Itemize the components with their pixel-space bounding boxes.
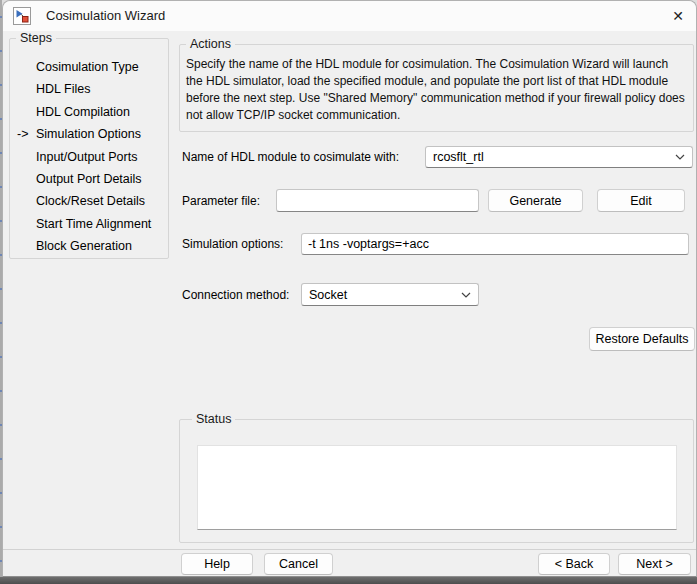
actions-description: Specify the name of the HDL module for c… (186, 56, 687, 124)
simulink-model-icon (13, 7, 31, 25)
close-button[interactable]: ✕ (662, 2, 694, 30)
parameter-file-label: Parameter file: (182, 190, 260, 212)
status-group: Status (179, 419, 694, 543)
step-item-cosimulation-type: Cosimulation Type (10, 56, 168, 78)
step-item-hdl-compilation: HDL Compilation (10, 101, 168, 123)
connection-method-label: Connection method: (182, 284, 289, 306)
cosimulation-wizard-window: Cosimulation Wizard ✕ Steps Cosimulation… (2, 0, 697, 577)
edit-button[interactable]: Edit (597, 189, 685, 212)
help-button[interactable]: Help (181, 553, 253, 575)
step-item-simulation-options: -> Simulation Options (10, 123, 168, 145)
step-item-clock-reset-details: Clock/Reset Details (10, 190, 168, 212)
hdl-module-combobox[interactable]: rcosflt_rtl (425, 146, 693, 168)
step-item-hdl-files: HDL Files (10, 78, 168, 100)
steps-group-label: Steps (16, 31, 56, 46)
parameter-file-input[interactable] (276, 189, 479, 212)
connection-method-value: Socket (309, 288, 347, 302)
desktop-edge-bottom (0, 577, 697, 584)
step-item-output-port-details: Output Port Details (10, 168, 168, 190)
hdl-module-value: rcosflt_rtl (433, 150, 484, 164)
step-item-block-generation: Block Generation (10, 235, 168, 257)
steps-group: Steps Cosimulation Type HDL Files HDL Co… (9, 38, 169, 259)
window-title: Cosimulation Wizard (46, 1, 165, 31)
actions-group: Actions Specify the name of the HDL modu… (179, 44, 694, 132)
step-item-input-output-ports: Input/Output Ports (10, 146, 168, 168)
simulation-options-label: Simulation options: (182, 233, 283, 255)
next-button[interactable]: Next > (618, 553, 691, 575)
generate-button[interactable]: Generate (488, 189, 583, 212)
back-button[interactable]: < Back (538, 553, 610, 575)
chevron-down-icon (675, 154, 685, 160)
step-item-start-time-alignment: Start Time Alignment (10, 213, 168, 235)
current-step-marker: -> (17, 123, 28, 145)
actions-group-label: Actions (186, 37, 235, 52)
footer-divider (3, 549, 696, 550)
status-textarea (197, 445, 677, 530)
titlebar[interactable]: Cosimulation Wizard ✕ (3, 1, 696, 31)
cancel-button[interactable]: Cancel (264, 553, 333, 575)
hdl-module-label: Name of HDL module to cosimulate with: (182, 146, 399, 168)
status-group-label: Status (192, 412, 235, 427)
close-icon: ✕ (672, 8, 684, 24)
connection-method-combobox[interactable]: Socket (301, 283, 479, 306)
chevron-down-icon (461, 292, 471, 298)
simulation-options-input[interactable] (301, 233, 689, 255)
steps-list: Cosimulation Type HDL Files HDL Compilat… (10, 56, 168, 258)
restore-defaults-button[interactable]: Restore Defaults (589, 327, 695, 351)
